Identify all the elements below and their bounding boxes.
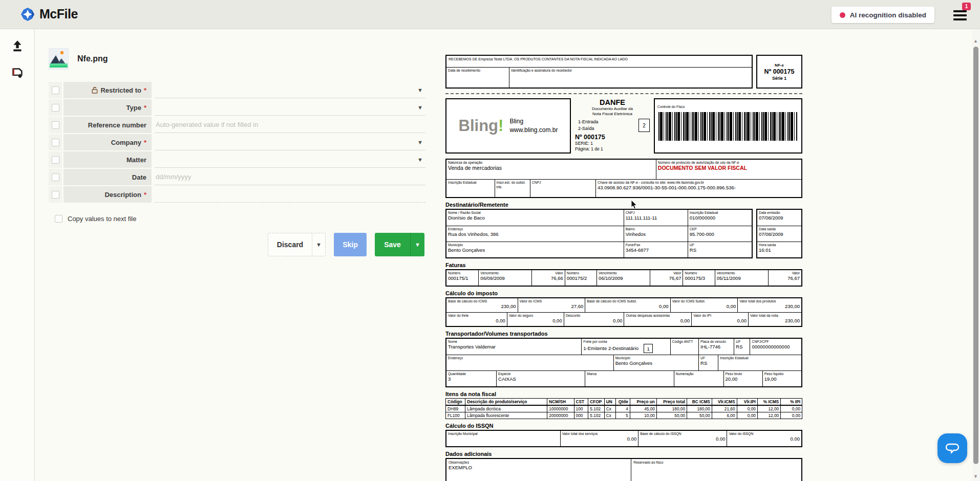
app-window: McFile AI recognition disabled 1 xyxy=(0,0,980,481)
upload-button[interactable] xyxy=(11,39,24,55)
field-cell: Outras despesas acessórias0,00 xyxy=(624,313,691,326)
field-cell: Base de cálculo do ICMS230,00 xyxy=(446,298,518,312)
form-row-matter: Matter ▼ xyxy=(49,151,425,168)
form-row-restricted-to: Restricted to* ▼ xyxy=(49,82,425,98)
save-dropdown-caret[interactable]: ▼ xyxy=(410,233,424,256)
items-table: Código Descrição do produto/serviço NCM/… xyxy=(445,398,802,419)
mouse-cursor xyxy=(631,200,639,210)
chevron-down-icon[interactable]: ▼ xyxy=(417,104,423,111)
date-input[interactable] xyxy=(155,173,425,181)
issqn-table: Inscrição Municipal Valor total dos serv… xyxy=(445,430,802,447)
field-cell: Inscrição Estadual010/000000 xyxy=(688,210,752,226)
ai-status-badge[interactable]: AI recognition disabled xyxy=(832,7,934,23)
field-cell: Valor do ICMS Subst.0,00 xyxy=(670,298,738,312)
field-cell: Base de cálculo do ICMS Subst.0,00 xyxy=(585,298,670,312)
company-checkbox[interactable] xyxy=(52,139,59,146)
hamburger-menu-button[interactable] xyxy=(953,10,967,20)
field-cell: Peso bruto20,00 xyxy=(723,371,762,386)
section-title-destinatario: Destinatário/Remetente xyxy=(445,202,802,208)
field-cell: Inscrição Estadual xyxy=(718,355,801,370)
observacoes-cell: ObservaçõesEXEMPLO xyxy=(446,459,631,481)
copy-values-checkbox[interactable] xyxy=(55,215,62,223)
chevron-down-icon[interactable]: ▼ xyxy=(417,139,423,145)
reference-number-checkbox[interactable] xyxy=(52,121,59,129)
save-next-button[interactable] xyxy=(11,67,25,82)
date-checkbox[interactable] xyxy=(52,173,59,181)
imposto-table: Base de cálculo do ICMS230,00 Valor do I… xyxy=(445,297,802,327)
field-cell: Vencimento05/11/2009 xyxy=(715,270,768,286)
field-cell: Hora saída16:01 xyxy=(757,242,801,257)
restricted-to-checkbox[interactable] xyxy=(52,86,59,94)
field-cell: Vencimento06/10/2009 xyxy=(596,270,650,286)
chevron-down-icon[interactable]: ▼ xyxy=(417,87,423,93)
company-select[interactable]: ▼ xyxy=(155,134,425,150)
danfe-header: Bling! Blingwww.bling.com.br DANFE Docum… xyxy=(445,98,802,154)
reference-number-input[interactable] xyxy=(155,121,425,128)
item-row: DH89Lâmpada dicróica100000001005.102Cx44… xyxy=(446,405,802,412)
field-cell: Inscrição Estadual xyxy=(446,180,495,197)
matter-checkbox[interactable] xyxy=(52,156,59,164)
file-header: Nfe.png xyxy=(49,48,108,70)
invoice-receipt-strip: RECEBEMOS DE Empresa Teste LTDA. OS PROD… xyxy=(445,55,802,89)
matter-select[interactable]: ▼ xyxy=(155,151,425,168)
field-cell: Valor76,66 xyxy=(531,270,564,286)
hamburger-icon xyxy=(953,10,967,12)
chevron-down-icon[interactable]: ▼ xyxy=(417,157,423,163)
discard-button[interactable]: Discard xyxy=(268,233,312,256)
save-split-button: Save ▼ xyxy=(375,233,424,256)
save-button[interactable]: Save xyxy=(375,233,410,256)
field-cell: BairroVinhedos xyxy=(624,226,688,242)
faturas-table: Número000175/1 Vencimento06/09/2009 Valo… xyxy=(445,269,802,287)
destinatario-section: Nome / Razão SocialDionísio de Baco CNPJ… xyxy=(445,209,802,258)
type-checkbox[interactable] xyxy=(52,104,59,112)
restricted-to-label: Restricted to* xyxy=(63,82,152,98)
section-title-imposto: Cálculo do imposto xyxy=(445,290,802,296)
scroll-down-button[interactable]: ▼ xyxy=(973,474,978,479)
vertical-scrollbar[interactable]: ▲ ▼ xyxy=(972,29,980,481)
field-cell: Frete por conta1-Emitente 2-Destinatário… xyxy=(581,339,670,355)
field-cell: Valor do seguro0,00 xyxy=(507,313,564,326)
field-cell: Quantidade3 xyxy=(446,371,496,386)
description-checkbox[interactable] xyxy=(52,191,59,199)
section-title-faturas: Faturas xyxy=(445,262,802,268)
discard-dropdown-caret[interactable]: ▼ xyxy=(312,233,325,256)
type-select[interactable]: ▼ xyxy=(155,99,425,116)
brand-logo: McFile xyxy=(20,7,78,21)
receipt-date-cell: Data de recebimento xyxy=(446,68,509,88)
section-title-dados: Dados adicionais xyxy=(445,451,802,457)
field-cell: UFRS xyxy=(688,242,752,257)
date-label: Date xyxy=(63,169,152,185)
ai-status-text: AI recognition disabled xyxy=(850,11,926,19)
field-cell: MunicípioBento Gonçalves xyxy=(613,355,698,370)
mcfile-logo-icon xyxy=(20,7,35,21)
left-toolbar xyxy=(0,29,35,481)
section-title-transportador: Transportador/Volumes transportados xyxy=(445,331,802,337)
field-cell: Valor total dos serviços0.00 xyxy=(560,431,638,446)
bling-logo: Bling! xyxy=(459,117,504,135)
receipt-statement: RECEBEMOS DE Empresa Teste LTDA. OS PROD… xyxy=(446,56,752,67)
company-label: Company* xyxy=(63,134,152,150)
scroll-up-button[interactable]: ▲ xyxy=(973,38,978,43)
field-cell: CNPJ/CPF00000000000000 xyxy=(750,339,801,355)
field-cell: Fone/Fax3454-6877 xyxy=(624,242,688,257)
field-cell: Valor do ICMS27,60 xyxy=(518,298,585,312)
items-header-row: Código Descrição do produto/serviço NCM/… xyxy=(446,399,802,406)
skip-button[interactable]: Skip xyxy=(334,233,367,256)
field-cell: Valor do ISSQN0.00 xyxy=(727,431,801,446)
scrollbar-thumb[interactable] xyxy=(973,47,978,464)
field-cell: CEP95.700-000 xyxy=(688,226,752,242)
field-cell: Valor76,67 xyxy=(768,270,801,286)
field-cell: Valor do IPI0,00 xyxy=(691,313,748,326)
copy-values-label: Copy values to next file xyxy=(68,215,136,223)
menu-notification-badge: 1 xyxy=(962,3,971,10)
field-cell: Marca xyxy=(585,371,673,386)
field-cell: Número000175/2 xyxy=(565,270,596,286)
lock-icon xyxy=(92,86,98,94)
transportador-table: NomeTransportes Valdemar Frete por conta… xyxy=(445,338,802,387)
chat-launcher-button[interactable] xyxy=(938,433,967,463)
description-input[interactable] xyxy=(155,190,425,198)
chat-bubble-icon xyxy=(944,440,961,456)
file-thumbnail[interactable] xyxy=(49,48,69,70)
restricted-to-select[interactable]: ▼ xyxy=(155,82,425,98)
field-cell: Valor76,67 xyxy=(650,270,683,286)
